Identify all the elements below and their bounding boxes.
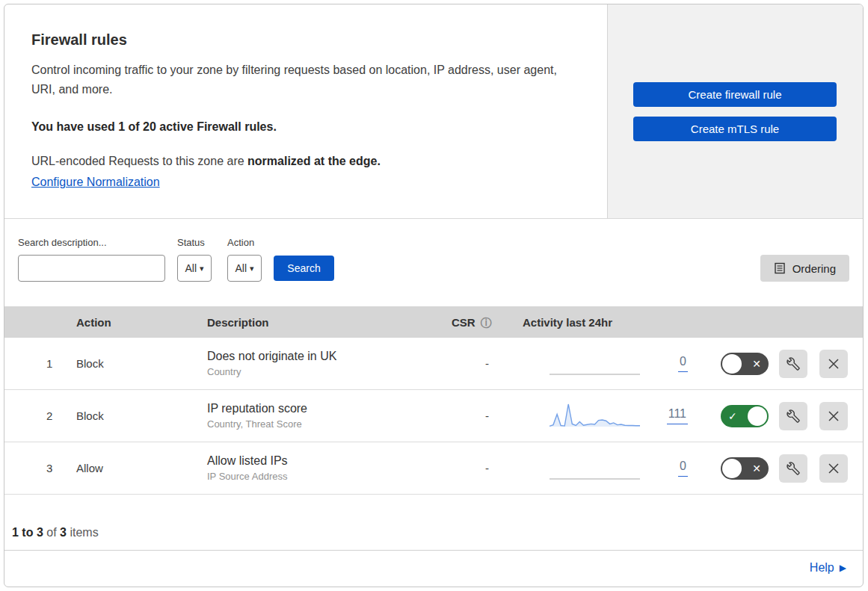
rule-enabled-toggle[interactable]: ✓ bbox=[721, 405, 769, 427]
toggle-state-icon: ✕ bbox=[752, 462, 761, 474]
rule-action: Block bbox=[76, 409, 207, 422]
rule-description: IP reputation score bbox=[207, 402, 452, 415]
header-text-panel: Firewall rules Control incoming traffic … bbox=[4, 4, 607, 218]
csr-header-label: CSR bbox=[452, 316, 475, 329]
action-dropdown[interactable]: All ▾ bbox=[227, 255, 262, 282]
delete-rule-button[interactable] bbox=[819, 454, 848, 483]
create-mtls-rule-button[interactable]: Create mTLS rule bbox=[633, 117, 837, 141]
ordering-button-label: Ordering bbox=[792, 262, 836, 275]
toggle-state-icon: ✕ bbox=[752, 358, 761, 370]
configure-normalization-link[interactable]: Configure Normalization bbox=[31, 176, 160, 189]
help-bar: Help ▶ bbox=[4, 550, 863, 584]
status-label: Status bbox=[177, 237, 212, 249]
table-row: 1 Block Does not originate in UK Country… bbox=[4, 338, 863, 390]
table-row: 3 Allow Allow listed IPs IP Source Addre… bbox=[4, 442, 863, 495]
normalization-text: URL-encoded Requests to this zone are bbox=[31, 155, 247, 167]
rule-csr-value: - bbox=[452, 357, 523, 370]
help-arrow-icon: ▶ bbox=[840, 563, 846, 573]
ordering-list-icon bbox=[774, 262, 786, 274]
usage-line: You have used 1 of 20 active Firewall ru… bbox=[31, 120, 577, 134]
rule-priority: 2 bbox=[18, 409, 76, 422]
pagination-summary: 1 to 3 of 3 items bbox=[4, 495, 863, 550]
filter-row: Search description... Status All ▾ bbox=[18, 237, 863, 282]
close-icon bbox=[826, 461, 841, 476]
items-label: items bbox=[70, 526, 98, 539]
rule-priority: 1 bbox=[18, 357, 76, 370]
rule-description: Allow listed IPs bbox=[207, 454, 452, 468]
toggle-knob bbox=[748, 406, 767, 426]
activity-count-link[interactable]: 0 bbox=[678, 460, 688, 477]
chevron-down-icon: ▾ bbox=[250, 264, 254, 273]
edit-rule-button[interactable] bbox=[779, 350, 807, 378]
table-header-row: Action Description CSR ⓘ Activity last 2… bbox=[4, 306, 863, 338]
firewall-rules-page: Firewall rules Control incoming traffic … bbox=[0, 0, 868, 591]
action-column-header: Action bbox=[76, 316, 207, 329]
search-group: Search description... bbox=[18, 237, 165, 282]
rule-action: Allow bbox=[76, 462, 207, 474]
help-link[interactable]: Help ▶ bbox=[810, 561, 846, 575]
create-firewall-rule-button[interactable]: Create firewall rule bbox=[633, 82, 837, 107]
activity-sparkline bbox=[548, 349, 641, 379]
wrench-icon bbox=[786, 461, 801, 476]
activity-sparkline bbox=[548, 454, 641, 483]
wrench-icon bbox=[786, 356, 801, 371]
activity-sparkline bbox=[548, 401, 641, 431]
help-label: Help bbox=[810, 561, 834, 575]
page-description: Control incoming traffic to your zone by… bbox=[31, 61, 577, 99]
delete-rule-button[interactable] bbox=[819, 402, 848, 430]
page-title: Firewall rules bbox=[31, 31, 577, 49]
info-icon[interactable]: ⓘ bbox=[481, 317, 492, 328]
search-input[interactable] bbox=[32, 262, 167, 274]
toggle-knob bbox=[722, 459, 742, 478]
activity-count-link[interactable]: 0 bbox=[678, 355, 688, 372]
rule-fields: Country bbox=[207, 366, 452, 377]
search-button[interactable]: Search bbox=[274, 256, 334, 281]
rule-enabled-toggle[interactable]: ✕ bbox=[721, 457, 769, 480]
action-label: Action bbox=[227, 237, 262, 249]
status-dropdown-value: All bbox=[185, 262, 197, 274]
csr-column-header: CSR ⓘ bbox=[452, 316, 523, 329]
delete-rule-button[interactable] bbox=[819, 350, 848, 378]
header-section: Firewall rules Control incoming traffic … bbox=[4, 4, 863, 219]
rule-enabled-toggle[interactable]: ✕ bbox=[721, 353, 769, 375]
rule-fields: Country, Threat Score bbox=[207, 418, 452, 430]
ordering-button[interactable]: Ordering bbox=[760, 255, 849, 282]
edit-rule-button[interactable] bbox=[779, 454, 807, 483]
filter-section: Search description... Status All ▾ bbox=[4, 219, 863, 306]
toggle-state-icon: ✓ bbox=[728, 410, 737, 422]
status-filter-group: Status All ▾ bbox=[177, 237, 212, 282]
activity-count-link[interactable]: 111 bbox=[667, 407, 688, 424]
items-total: 3 bbox=[60, 526, 67, 539]
firewall-rules-card: Firewall rules Control incoming traffic … bbox=[4, 4, 864, 587]
wrench-icon bbox=[786, 409, 801, 424]
search-label: Search description... bbox=[18, 237, 165, 249]
activity-column-header: Activity last 24hr bbox=[523, 316, 702, 329]
status-dropdown[interactable]: All ▾ bbox=[177, 255, 212, 282]
toggle-knob bbox=[722, 354, 742, 374]
rule-description: Does not originate in UK bbox=[207, 350, 452, 363]
search-input-box[interactable] bbox=[18, 255, 165, 282]
rule-csr-value: - bbox=[452, 462, 523, 474]
of-text: of bbox=[46, 526, 56, 539]
items-range: 1 to 3 bbox=[12, 526, 43, 539]
action-filter-group: Action All ▾ bbox=[227, 237, 262, 282]
edit-rule-button[interactable] bbox=[779, 402, 807, 430]
close-icon bbox=[826, 356, 841, 371]
normalization-bold: normalized at the edge. bbox=[247, 155, 381, 167]
rule-priority: 3 bbox=[18, 462, 76, 474]
chevron-down-icon: ▾ bbox=[200, 264, 204, 273]
actions-panel: Create firewall rule Create mTLS rule bbox=[607, 4, 863, 218]
normalization-line: URL-encoded Requests to this zone are no… bbox=[31, 155, 577, 168]
close-icon bbox=[826, 409, 841, 424]
rule-csr-value: - bbox=[452, 409, 523, 422]
action-dropdown-value: All bbox=[235, 262, 247, 274]
rule-action: Block bbox=[76, 357, 207, 370]
rule-fields: IP Source Address bbox=[207, 471, 452, 482]
description-column-header: Description bbox=[207, 316, 452, 329]
table-row: 2 Block IP reputation score Country, Thr… bbox=[4, 390, 863, 442]
